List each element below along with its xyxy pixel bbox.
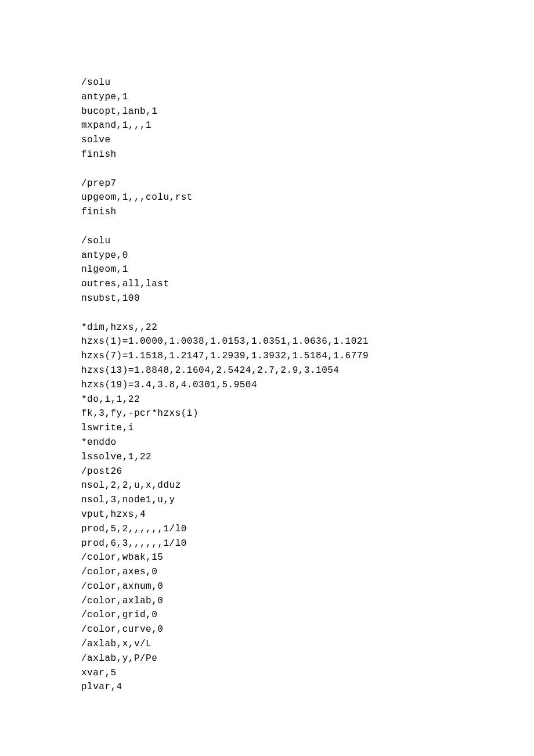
code-line: /color,axnum,0 (81, 579, 534, 594)
code-line: /color,curve,0 (81, 622, 534, 637)
code-line: /solu (81, 234, 534, 249)
code-line: nsubst,100 (81, 291, 534, 306)
code-line: /color,axes,0 (81, 565, 534, 579)
code-line: lswrite,i (81, 421, 534, 435)
code-line: /axlab,y,P/Pe (81, 651, 534, 666)
code-line: nlgeom,1 (81, 262, 534, 277)
code-line: finish (81, 147, 534, 162)
code-line: outres,all,last (81, 277, 534, 291)
code-line: hzxs(19)=3.4,3.8,4.0301,5.9504 (81, 378, 534, 393)
code-line: *do,i,1,22 (81, 393, 534, 407)
code-line: solve (81, 133, 534, 147)
code-line: upgeom,1,,,colu,rst (81, 190, 534, 205)
blank-line (81, 306, 534, 321)
code-line: antype,1 (81, 90, 534, 105)
code-line: mxpand,1,,,1 (81, 118, 534, 133)
code-page: /soluantype,1bucopt,lanb,1mxpand,1,,,1so… (0, 0, 534, 756)
code-line: /color,axlab,0 (81, 594, 534, 609)
code-line: prod,6,3,,,,,,1/l0 (81, 537, 534, 551)
code-line: finish (81, 205, 534, 219)
code-line: antype,0 (81, 249, 534, 263)
code-line: /post26 (81, 465, 534, 479)
code-line: /solu (81, 75, 534, 90)
code-line: xvar,5 (81, 666, 534, 681)
code-line: bucopt,lanb,1 (81, 105, 534, 119)
code-line: /color,wbak,15 (81, 550, 534, 565)
blank-line (81, 162, 534, 177)
code-line: prod,5,2,,,,,,1/l0 (81, 522, 534, 537)
code-line: nsol,2,2,u,x,dduz (81, 478, 534, 493)
code-line: *dim,hzxs,,22 (81, 321, 534, 335)
code-line: hzxs(13)=1.8848,2.1604,2.5424,2.7,2.9,3.… (81, 363, 534, 378)
code-line: plvar,4 (81, 680, 534, 694)
code-line: /color,grid,0 (81, 608, 534, 622)
code-line: hzxs(1)=1.0000,1.0038,1.0153,1.0351,1.06… (81, 334, 534, 349)
code-line: lssolve,1,22 (81, 450, 534, 465)
code-line: vput,hzxs,4 (81, 507, 534, 522)
code-line: /axlab,x,v/L (81, 637, 534, 651)
code-line: *enddo (81, 435, 534, 450)
code-line: fk,3,fy,-pcr*hzxs(i) (81, 406, 534, 421)
blank-line (81, 219, 534, 234)
code-line: /prep7 (81, 177, 534, 191)
code-line: hzxs(7)=1.1518,1.2147,1.2939,1.3932,1.51… (81, 349, 534, 363)
code-line: nsol,3,node1,u,y (81, 493, 534, 507)
